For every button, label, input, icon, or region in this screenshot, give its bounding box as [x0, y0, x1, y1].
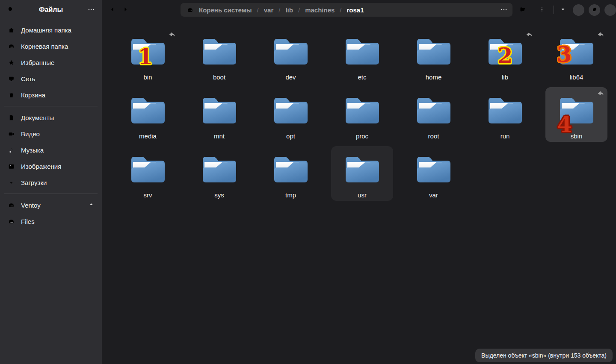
folder-item-mnt[interactable]: mnt — [188, 87, 250, 142]
folder-label: usr — [358, 191, 367, 199]
folder-icon — [342, 93, 383, 127]
sidebar-item-label: Сеть — [21, 75, 94, 82]
folder-item-boot[interactable]: boot — [188, 28, 250, 83]
file-manager-window: Файлы Домашняя папка Корневая папка Избр… — [0, 0, 616, 364]
sidebar-item-music[interactable]: Музыка — [3, 142, 98, 158]
folder-label: media — [139, 132, 157, 140]
maximize-button[interactable] — [589, 4, 600, 16]
app-title: Файлы — [18, 6, 84, 14]
folder-item-home[interactable]: home — [403, 28, 465, 83]
symlink-emblem-icon — [169, 31, 175, 38]
folder-label: dev — [285, 73, 296, 81]
folder-label: proc — [356, 132, 368, 140]
folder-item-bin[interactable]: bin — [117, 28, 179, 83]
folder-icon — [485, 34, 526, 68]
back-button[interactable] — [106, 3, 119, 16]
search-icon — [7, 6, 14, 14]
window-controls — [573, 4, 616, 16]
network-icon — [8, 75, 15, 82]
sidebar-item-label: Видео — [21, 130, 94, 138]
sidebar-item-label: Корзина — [21, 91, 94, 99]
view-options-button[interactable] — [558, 3, 568, 16]
sidebar-item-label: Изображения — [21, 163, 94, 170]
folder-item-run[interactable]: run — [474, 87, 536, 142]
folder-icon — [270, 34, 311, 68]
sidebar-item-label: Документы — [21, 114, 94, 121]
folder-item-sbin[interactable]: sbin — [545, 87, 607, 142]
forward-icon — [122, 6, 129, 14]
main-area: Корень системы/var/lib/machines/rosa1 — [102, 0, 616, 364]
sidebar-item-trash[interactable]: Корзина — [3, 87, 98, 103]
home-icon — [8, 26, 15, 34]
folder-item-usr[interactable]: usr — [331, 146, 393, 201]
folder-icon — [485, 93, 526, 127]
breadcrumb-segment-machines[interactable]: machines — [304, 6, 335, 14]
folder-item-dev[interactable]: dev — [260, 28, 322, 83]
file-grid: bin boot dev etc home lib lib64 media — [102, 20, 616, 364]
sidebar-item-home[interactable]: Домашняя папка — [3, 22, 98, 38]
folder-item-var[interactable]: var — [403, 146, 465, 201]
folder-icon — [556, 34, 597, 68]
sidebar-item-download[interactable]: Загрузки — [3, 174, 98, 191]
folder-item-proc[interactable]: proc — [331, 87, 393, 142]
trash-icon — [8, 91, 15, 99]
folder-icon — [199, 34, 240, 68]
app-menu-button[interactable] — [84, 3, 98, 17]
breadcrumb: Корень системы/var/lib/machines/rosa1 — [198, 6, 365, 14]
folder-item-srv[interactable]: srv — [117, 146, 179, 201]
drive-icon — [8, 43, 15, 50]
restore-icon — [592, 6, 598, 14]
sidebar-item-network[interactable]: Сеть — [3, 70, 98, 87]
folder-item-lib[interactable]: lib — [474, 28, 536, 83]
breadcrumb-segment-root[interactable]: Корень системы — [198, 6, 253, 14]
folder-item-root[interactable]: root — [403, 87, 465, 142]
search-folder-button[interactable] — [516, 3, 530, 17]
status-tooltip: Выделен объект «sbin» (внутри 153 объект… — [475, 349, 613, 362]
menu-dots-icon — [500, 6, 507, 14]
breadcrumb-segment-lib[interactable]: lib — [284, 6, 294, 14]
folder-label: root — [428, 132, 439, 140]
download-icon — [8, 179, 15, 186]
folder-label: var — [429, 191, 438, 199]
breadcrumb-separator: / — [274, 6, 284, 14]
folder-item-tmp[interactable]: tmp — [260, 146, 322, 201]
symlink-emblem-icon — [526, 31, 533, 38]
folder-item-etc[interactable]: etc — [331, 28, 393, 83]
view-list-button[interactable] — [537, 3, 551, 17]
breadcrumb-segment-var[interactable]: var — [263, 6, 275, 14]
folder-icon — [342, 152, 383, 186]
sidebar-header: Файлы — [0, 0, 102, 20]
forward-button[interactable] — [119, 3, 132, 16]
sidebar-item-files[interactable]: Files — [3, 213, 98, 229]
folder-label: bin — [143, 73, 152, 81]
sidebar-item-ventoy[interactable]: Ventoy — [3, 197, 98, 213]
drive-icon — [8, 202, 15, 209]
folder-icon — [270, 152, 311, 186]
folder-label: sys — [214, 191, 224, 199]
folder-item-media[interactable]: media — [117, 87, 179, 142]
minimize-icon — [576, 6, 582, 14]
folder-label: srv — [144, 191, 152, 199]
folder-item-lib64[interactable]: lib64 — [545, 28, 607, 83]
folder-icon — [199, 93, 240, 127]
folder-item-sys[interactable]: sys — [188, 146, 250, 201]
folder-icon — [413, 34, 454, 68]
sidebar-item-star[interactable]: Избранные — [3, 54, 98, 70]
sidebar-item-drive[interactable]: Корневая папка — [3, 38, 98, 54]
minimize-button[interactable] — [573, 4, 584, 16]
folder-label: boot — [213, 73, 225, 81]
sidebar-item-video[interactable]: Видео — [3, 126, 98, 142]
folder-icon — [413, 93, 454, 127]
search-button[interactable] — [4, 3, 18, 17]
path-menu-button[interactable] — [498, 4, 510, 16]
folder-icon — [127, 34, 169, 68]
sidebar-item-document[interactable]: Документы — [3, 109, 98, 126]
close-button[interactable] — [604, 4, 616, 16]
toolbar-separator — [554, 6, 554, 14]
folder-item-opt[interactable]: opt — [260, 87, 322, 142]
breadcrumb-segment-rosa1[interactable]: rosa1 — [346, 6, 365, 14]
sidebar-item-image[interactable]: Изображения — [3, 158, 98, 174]
eject-button[interactable] — [86, 200, 97, 211]
folder-label: mnt — [214, 132, 225, 140]
menu-dots-icon — [88, 6, 95, 14]
